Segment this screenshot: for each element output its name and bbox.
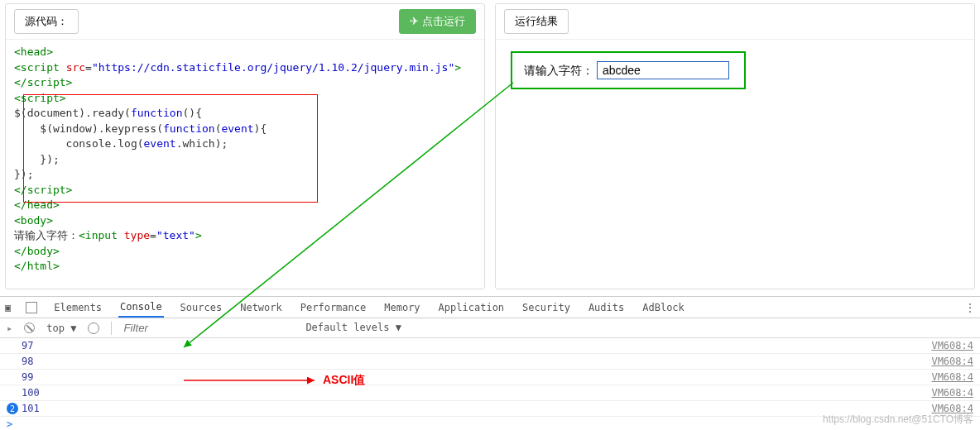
repeat-badge: 2 [7,403,18,414]
console-value: 97 [7,340,33,351]
console-value: 99 [7,371,33,383]
source-title-button[interactable]: 源代码： [14,9,79,34]
console-toolbar: ▸ top ▼ Default levels ▼ [0,318,980,338]
context-selector[interactable]: top ▼ [46,322,76,334]
result-title-button[interactable]: 运行结果 [504,9,569,34]
devtools-tab-performance[interactable]: Performance [299,299,368,317]
log-levels-dropdown[interactable]: Default levels ▼ [305,322,401,334]
console-log-list: 97VM608:498VM608:499VM608:4100VM608:4210… [0,338,980,417]
devtools-tab-console[interactable]: Console [118,298,164,318]
code-area: <head> <script src="https://cdn.staticfi… [6,40,484,289]
console-filter-input[interactable] [123,322,272,334]
devtools-tab-audits[interactable]: Audits [587,299,626,317]
devtools-panel: ▣ ElementsConsoleSourcesNetworkPerforman… [0,296,980,430]
input-highlight-box: 请输入字符： [511,51,746,89]
source-panel-header: 源代码： ✈点击运行 [6,4,484,40]
ascii-annotation: ASCII值 [323,373,365,388]
devtools-tab-security[interactable]: Security [521,299,572,317]
source-link[interactable]: VM608:4 [931,371,973,383]
send-icon: ✈ [410,15,419,27]
console-row: 98VM608:4 [0,354,980,370]
devtools-tab-sources[interactable]: Sources [179,299,224,317]
devtools-tab-network[interactable]: Network [238,299,284,317]
inspect-icon[interactable]: ▣ [5,302,11,313]
devtools-tab-elements[interactable]: Elements [52,299,103,317]
console-row: 100VM608:4 [0,385,980,401]
run-button-label: 点击运行 [422,15,465,27]
run-button[interactable]: ✈点击运行 [399,9,476,34]
char-input[interactable] [597,61,729,79]
live-expression-icon[interactable] [88,322,99,334]
console-value: 98 [7,356,33,367]
code-editor[interactable]: <head> <script src="https://cdn.staticfi… [14,45,484,284]
source-panel: 源代码： ✈点击运行 <head> <script src="https://c… [5,3,485,289]
devtools-tab-application[interactable]: Application [437,299,506,317]
devtools-tab-adblock[interactable]: AdBlock [641,299,686,317]
source-link[interactable]: VM608:4 [931,387,973,399]
devtools-tabs: ▣ ElementsConsoleSourcesNetworkPerforman… [0,297,980,318]
console-value: 100 [7,387,40,399]
result-panel: 运行结果 请输入字符： [495,3,975,289]
console-sidebar-toggle[interactable]: ▸ [7,322,12,334]
devtools-menu-icon[interactable]: ⋮ [965,302,975,313]
devtools-tab-memory[interactable]: Memory [382,299,421,317]
console-row: 97VM608:4 [0,338,980,354]
device-toggle-icon[interactable] [26,302,37,313]
console-row: 99VM608:4 [0,370,980,385]
result-panel-header: 运行结果 [496,4,974,40]
console-value: 101 [22,403,40,414]
separator [111,322,112,335]
source-link[interactable]: VM608:4 [931,356,973,367]
watermark: https://blog.csdn.net@51CTO博客 [823,413,973,427]
source-link[interactable]: VM608:4 [931,340,973,351]
clear-console-icon[interactable] [24,322,35,333]
input-prompt-label: 请输入字符： [524,64,593,77]
result-body: 请输入字符： [496,40,974,101]
